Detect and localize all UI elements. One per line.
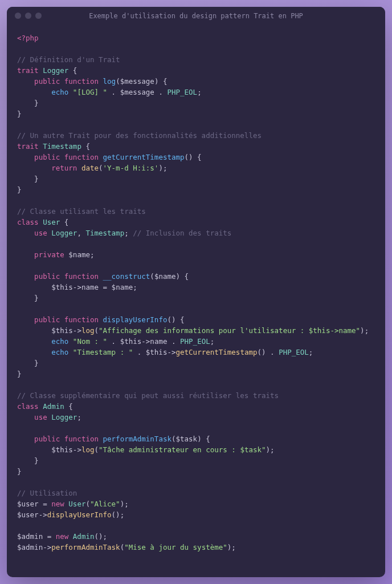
- comment: // Classe supplémentaire qui peut aussi …: [17, 391, 279, 400]
- var: $name: [154, 272, 176, 281]
- kw: public: [34, 272, 60, 281]
- class-name: Admin: [43, 402, 64, 411]
- class-name: Admin: [73, 532, 95, 541]
- func: log: [81, 445, 95, 454]
- kw: function: [64, 153, 99, 161]
- code-content: <?php // Définition d'un Trait trait Log…: [7, 25, 385, 561]
- this: $this: [51, 283, 73, 291]
- kw: class: [17, 218, 39, 226]
- this: $this: [51, 445, 73, 454]
- comment: // Classe utilisant les traits: [17, 207, 146, 216]
- kw: trait: [17, 142, 39, 151]
- const: PHP_EOL: [279, 348, 309, 356]
- var: $user: [17, 510, 39, 519]
- var: $admin: [17, 532, 43, 541]
- str: "Timestamp : ": [73, 348, 133, 356]
- kw: return: [51, 164, 77, 172]
- code-block: <?php // Définition d'un Trait trait Log…: [17, 33, 375, 553]
- func: __construct: [103, 272, 150, 281]
- var: $name: [68, 250, 90, 259]
- str: "[LOG] ": [73, 88, 107, 96]
- str: "Mise à jour du système": [124, 543, 227, 551]
- kw: class: [17, 402, 39, 411]
- window-title: Exemple d'utilisation du design pattern …: [7, 12, 385, 20]
- this: $this: [146, 348, 168, 356]
- comment: // Inclusion des traits: [133, 229, 231, 237]
- kw: public: [34, 435, 60, 443]
- kw: function: [64, 77, 99, 86]
- kw: use: [34, 229, 47, 237]
- const: PHP_EOL: [180, 337, 210, 346]
- func: log: [81, 326, 95, 335]
- class-name: Timestamp: [85, 229, 124, 237]
- comment: // Définition d'un Trait: [17, 55, 120, 64]
- kw: public: [34, 77, 60, 86]
- var: $task: [176, 435, 198, 443]
- titlebar: Exemple d'utilisation du design pattern …: [7, 7, 385, 25]
- func: date: [81, 164, 99, 172]
- class-name: Logger: [51, 229, 77, 237]
- const: PHP_EOL: [167, 88, 197, 96]
- comment: // Un autre Trait pour des fonctionnalit…: [17, 131, 262, 140]
- str: "Alice": [90, 500, 120, 508]
- str: "Affichage des informations pour l'utili…: [99, 326, 360, 335]
- str: "Nom : ": [73, 337, 107, 346]
- func: displayUserInfo: [47, 510, 112, 519]
- prop: name: [81, 283, 99, 291]
- close-dot[interactable]: [15, 13, 21, 19]
- func: log: [103, 77, 116, 86]
- class-name: Logger: [51, 413, 77, 421]
- kw: private: [34, 250, 64, 259]
- code-window: Exemple d'utilisation du design pattern …: [7, 7, 385, 577]
- kw: public: [34, 153, 60, 161]
- kw: function: [64, 435, 99, 443]
- class-name: User: [68, 500, 85, 508]
- kw: echo: [51, 348, 68, 356]
- func: displayUserInfo: [103, 315, 168, 324]
- class-name: User: [43, 218, 60, 226]
- var: $name: [112, 283, 133, 291]
- kw: function: [64, 272, 99, 281]
- kw: echo: [51, 88, 68, 96]
- class-name: Logger: [43, 66, 68, 75]
- maximize-dot[interactable]: [35, 13, 42, 19]
- kw: use: [34, 413, 47, 421]
- str: "Tâche administrateur en cours : $task": [99, 445, 266, 454]
- php-open: <?: [17, 34, 26, 42]
- this: $this: [51, 326, 73, 335]
- func: performAdminTask: [103, 435, 172, 443]
- minimize-dot[interactable]: [25, 13, 31, 19]
- var: $message: [120, 88, 154, 96]
- this: $this: [120, 337, 142, 346]
- var: $message: [120, 77, 154, 86]
- func: performAdminTask: [51, 543, 120, 551]
- var: $admin: [17, 543, 43, 551]
- comment: // Utilisation: [17, 489, 77, 497]
- prop: name: [150, 337, 167, 346]
- kw: function: [64, 315, 99, 324]
- str: 'Y-m-d H:i:s': [103, 164, 159, 172]
- kw: echo: [51, 337, 68, 346]
- window-controls: [15, 13, 42, 19]
- kw: trait: [17, 66, 39, 75]
- kw: new: [51, 500, 64, 508]
- php-kw: php: [26, 34, 39, 42]
- class-name: Timestamp: [43, 142, 81, 151]
- func: getCurrentTimestamp: [176, 348, 258, 356]
- func: getCurrentTimestamp: [103, 153, 185, 161]
- kw: new: [56, 532, 69, 541]
- var: $user: [17, 500, 39, 508]
- kw: public: [34, 315, 60, 324]
